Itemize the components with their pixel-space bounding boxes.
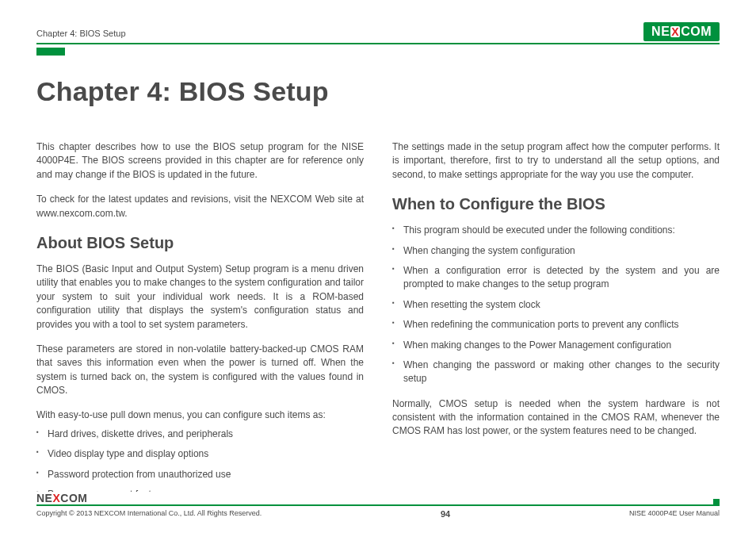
- left-column: This chapter describes how to use the BI…: [36, 140, 364, 512]
- when-bullet-list: This program should be executed under th…: [392, 224, 720, 386]
- about-bullet-list: Hard drives, diskette drives, and periph…: [36, 428, 364, 502]
- about-paragraph: With easy-to-use pull down menus, you ca…: [36, 408, 364, 422]
- footer-doc-label: NISE 4000P4E User Manual: [629, 509, 720, 517]
- brand-logo-x-icon: X: [670, 26, 680, 37]
- footer-row: Copyright © 2013 NEXCOM International Co…: [36, 509, 720, 519]
- right-column: The settings made in the setup program a…: [392, 140, 720, 512]
- brand-logo: NEXCOM: [643, 22, 720, 41]
- when-heading: When to Configure the BIOS: [392, 193, 720, 216]
- footer-logo-left: NE: [36, 492, 52, 504]
- intro-paragraph: The settings made in the setup program a…: [392, 140, 720, 182]
- intro-paragraph: To check for the latest updates and revi…: [36, 193, 364, 220]
- footer-logo-right: COM: [60, 492, 87, 504]
- footer-logo-x-icon: X: [52, 492, 60, 504]
- list-item: Hard drives, diskette drives, and periph…: [36, 428, 364, 441]
- page: Chapter 4: BIOS Setup NEXCOM Chapter 4: …: [0, 0, 756, 533]
- footer-logo: NEXCOM: [36, 492, 720, 504]
- footer-copyright: Copyright © 2013 NEXCOM International Co…: [36, 509, 262, 517]
- list-item: When resetting the system clock: [392, 298, 720, 312]
- when-paragraph: Normally, CMOS setup is needed when the …: [392, 397, 720, 439]
- header-chapter-label: Chapter 4: BIOS Setup: [36, 29, 126, 41]
- list-item: Password protection from unauthorized us…: [36, 468, 364, 481]
- list-item: This program should be executed under th…: [392, 224, 720, 237]
- body-columns: This chapter describes how to use the BI…: [36, 140, 720, 512]
- about-paragraph: These parameters are stored in non-volat…: [36, 343, 364, 398]
- header-divider: [36, 43, 720, 44]
- header-row: Chapter 4: BIOS Setup NEXCOM: [36, 17, 720, 41]
- about-paragraph: The BIOS (Basic Input and Output System)…: [36, 263, 364, 332]
- list-item: When changing the password or making oth…: [392, 359, 720, 386]
- list-item: When a configuration error is detected b…: [392, 264, 720, 292]
- brand-logo-right: COM: [681, 25, 712, 38]
- page-title: Chapter 4: BIOS Setup: [36, 76, 720, 107]
- intro-paragraph: This chapter describes how to use the BI…: [36, 140, 364, 182]
- about-heading: About BIOS Setup: [36, 232, 364, 255]
- brand-logo-left: NE: [651, 25, 670, 38]
- footer-divider: [36, 504, 720, 506]
- list-item: When redefining the communication ports …: [392, 318, 720, 332]
- footer-page-number: 94: [441, 509, 450, 519]
- list-item: When making changes to the Power Managem…: [392, 339, 720, 352]
- list-item: When changing the system configuration: [392, 244, 720, 258]
- footer: NEXCOM Copyright © 2013 NEXCOM Internati…: [36, 506, 720, 519]
- list-item: Video display type and display options: [36, 447, 364, 461]
